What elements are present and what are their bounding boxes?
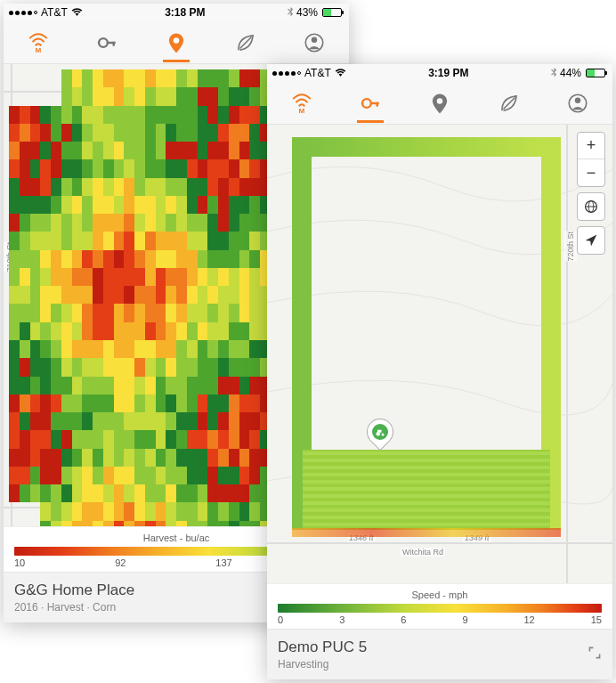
tab-wifi-m[interactable]: M — [20, 24, 57, 61]
tab-location[interactable] — [421, 85, 458, 122]
road-label-right: 720th St — [564, 232, 577, 262]
svg-rect-16 — [377, 430, 382, 433]
tab-bar: M — [267, 82, 612, 125]
wifi-m-icon: M — [290, 92, 313, 115]
phone-speed: AT&T 3:19 PM 44% M — [267, 64, 612, 679]
legend-tick: 92 — [115, 557, 126, 568]
zoom-out-button[interactable]: − — [578, 159, 604, 186]
field-subtitle: 2016 · Harvest · Corn — [14, 601, 134, 614]
legend-tick: 9 — [462, 614, 467, 625]
speed-track-fill — [303, 450, 550, 530]
svg-text:M: M — [35, 46, 41, 54]
svg-rect-10 — [377, 102, 378, 106]
battery-pct-label: 43% — [296, 6, 318, 19]
locate-icon — [584, 233, 598, 248]
minus-icon: − — [587, 164, 596, 183]
leaf-icon — [498, 92, 521, 115]
legend-tick: 0 — [278, 614, 283, 625]
key-icon — [359, 92, 382, 115]
tab-leaf[interactable] — [490, 85, 528, 122]
legend-speed: Speed - mph 03691215 — [267, 583, 612, 629]
locate-button[interactable] — [578, 227, 604, 254]
tab-wifi-m[interactable]: M — [283, 85, 320, 122]
svg-point-8 — [362, 99, 371, 108]
svg-text:M: M — [298, 107, 304, 115]
zoom-in-button[interactable]: + — [578, 133, 604, 159]
road-label-bottom: Witchita Rd — [401, 548, 445, 557]
legend-gradient — [278, 604, 602, 613]
tab-bar: M — [4, 21, 349, 64]
globe-icon — [584, 199, 598, 214]
wifi-icon — [335, 69, 346, 77]
map-speed[interactable]: 720th St Witchita Rd 1346 ft 1349 ft + − — [267, 125, 612, 583]
svg-rect-3 — [113, 41, 115, 45]
tab-key[interactable] — [88, 24, 126, 61]
battery-pct-label: 44% — [560, 67, 581, 79]
svg-point-1 — [99, 38, 108, 47]
legend-tick: 10 — [14, 557, 25, 568]
tab-profile[interactable] — [559, 85, 596, 122]
signal-dots-icon — [9, 11, 37, 15]
tractor-icon — [372, 424, 388, 440]
map-controls: + − — [577, 132, 605, 255]
legend-tick: 6 — [401, 614, 406, 625]
leaf-icon — [234, 31, 257, 54]
carrier-label: AT&T — [304, 67, 331, 79]
key-icon — [95, 31, 118, 54]
battery-icon — [320, 8, 344, 17]
signal-dots-icon — [272, 71, 301, 76]
field-subtitle: Harvesting — [278, 658, 367, 671]
footer-speed[interactable]: Demo PUC 5 Harvesting — [267, 629, 612, 679]
profile-icon — [303, 31, 326, 54]
tab-profile[interactable] — [296, 24, 333, 61]
legend-tick: 12 — [524, 614, 535, 625]
expand-icon[interactable] — [588, 646, 602, 663]
field-title: G&G Home Place — [14, 581, 134, 599]
globe-button[interactable] — [578, 193, 604, 220]
carrier-label: AT&T — [41, 6, 68, 19]
svg-point-11 — [437, 98, 443, 104]
pin-icon — [165, 31, 188, 54]
clock-label: 3:19 PM — [346, 67, 551, 79]
svg-point-13 — [575, 97, 581, 103]
profile-icon — [566, 92, 589, 115]
legend-tick: 137 — [215, 557, 231, 568]
tab-leaf[interactable] — [227, 24, 264, 61]
bluetooth-icon — [288, 7, 294, 18]
wifi-icon — [71, 8, 83, 17]
speed-track-edge — [292, 528, 561, 537]
status-bar: AT&T 3:18 PM 43% — [4, 4, 349, 21]
plus-icon: + — [587, 136, 596, 155]
bluetooth-icon — [551, 68, 557, 78]
legend-tick: 3 — [339, 614, 344, 625]
svg-point-6 — [312, 37, 318, 43]
pin-icon — [428, 92, 451, 115]
clock-label: 3:18 PM — [83, 6, 288, 19]
wifi-m-icon: M — [27, 31, 50, 54]
svg-point-4 — [174, 37, 180, 44]
status-bar: AT&T 3:19 PM 44% — [267, 64, 612, 82]
field-title: Demo PUC 5 — [278, 638, 367, 656]
tab-key[interactable] — [352, 85, 389, 122]
battery-icon — [584, 69, 607, 77]
legend-scale: 03691215 — [278, 614, 602, 625]
legend-tick: 15 — [591, 614, 602, 625]
svg-point-15 — [382, 434, 385, 436]
legend-title: Speed - mph — [278, 589, 602, 600]
vehicle-marker[interactable] — [367, 419, 393, 451]
tab-location[interactable] — [158, 24, 195, 61]
